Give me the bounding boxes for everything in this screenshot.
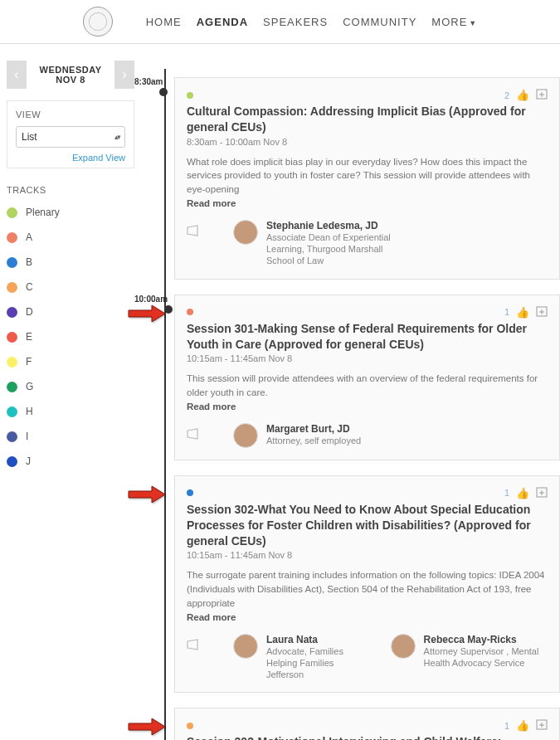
session-header: 1 👍	[187, 305, 548, 319]
likes-count: 2	[504, 90, 509, 100]
nav-more[interactable]: MORE▼	[431, 16, 477, 28]
track-color-dot	[7, 257, 17, 268]
speaker[interactable]: Stephanie Ledesma, JDAssociate Dean of E…	[233, 220, 399, 267]
track-color-dot	[7, 332, 17, 343]
speaker[interactable]: Laura NataAdvocate, Families Helping Fam…	[233, 634, 371, 681]
speaker-name: Stephanie Ledesma, JD	[266, 220, 399, 231]
track-label: D	[26, 306, 33, 318]
thumbs-up-icon[interactable]: 👍	[516, 719, 529, 732]
track-label: C	[26, 281, 33, 293]
track-color-dot	[7, 357, 17, 368]
session-track-dot	[187, 723, 193, 729]
tracks-list: PlenaryABCDEFGHIJ	[7, 207, 134, 467]
track-color-dot	[7, 207, 17, 218]
view-select-value: List	[22, 131, 37, 143]
track-color-dot	[7, 431, 17, 442]
track-color-dot	[7, 232, 17, 243]
time-marker-label: 10:00am	[134, 295, 168, 304]
current-date-label: WEDNESDAY NOV 8	[27, 65, 114, 85]
thumbs-up-icon[interactable]: 👍	[516, 487, 529, 499]
session-card: 1 👍 Session 301-Making Sense of Federal …	[174, 295, 560, 460]
track-label: A	[26, 231, 32, 243]
session-track-dot	[187, 309, 193, 315]
date-navigator: ‹ WEDNESDAY NOV 8 ›	[7, 61, 134, 89]
time-marker-label: 8:30am	[134, 77, 163, 86]
track-label: G	[26, 381, 33, 392]
session-title[interactable]: Session 302-What You Need to Know About …	[187, 502, 548, 549]
track-item[interactable]: D	[7, 306, 134, 318]
track-label: Plenary	[26, 207, 60, 218]
add-to-schedule-icon[interactable]	[536, 486, 548, 500]
session-title[interactable]: Cultural Compassion: Addressing Implicit…	[187, 104, 548, 135]
expand-view-link[interactable]: Expand View	[16, 153, 125, 163]
track-label: E	[26, 331, 32, 343]
session-card: 1 👍 Session 302-What You Need to Know Ab…	[174, 475, 560, 694]
read-more-link[interactable]: Read more	[187, 612, 548, 622]
view-panel-title: VIEW	[16, 110, 125, 119]
session-title[interactable]: Session 301-Making Sense of Federal Requ…	[187, 321, 548, 353]
speaker-name: Rebecca May-Ricks	[424, 634, 548, 645]
view-panel: VIEW List ▴▾ Expand View	[7, 100, 134, 168]
thumbs-up-icon[interactable]: 👍	[516, 89, 529, 101]
speaker-role: Advocate, Families Helping Families Jeff…	[266, 645, 371, 681]
tracks-heading: TRACKS	[7, 185, 134, 195]
main-timeline: 8:30am 2 👍 Cultural Compassion: Addressi…	[141, 61, 560, 740]
track-item[interactable]: H	[7, 406, 134, 417]
session-title[interactable]: Session 303-Motivational Interviewing an…	[187, 734, 548, 740]
view-select[interactable]: List ▴▾	[16, 126, 125, 148]
track-item[interactable]: F	[7, 356, 134, 368]
callout-arrow-icon	[127, 484, 167, 504]
track-item[interactable]: C	[7, 281, 134, 293]
read-more-link[interactable]: Read more	[187, 198, 548, 208]
sidebar: ‹ WEDNESDAY NOV 8 › VIEW List ▴▾ Expand …	[0, 61, 141, 740]
prev-day-button[interactable]: ‹	[7, 61, 27, 89]
session-description: What role does implicit bias play in our…	[187, 155, 548, 197]
nav-home[interactable]: HOME	[146, 16, 182, 28]
add-to-schedule-icon[interactable]	[536, 305, 548, 319]
session-card: 2 👍 Cultural Compassion: Addressing Impl…	[174, 77, 560, 280]
session-description: This session will provide attendees with…	[187, 372, 548, 399]
session-track-dot	[187, 92, 193, 99]
track-item[interactable]: Plenary	[7, 207, 134, 218]
track-item[interactable]: I	[7, 431, 134, 442]
session-time: 8:30am - 10:00am Nov 8	[187, 137, 548, 147]
thumbs-up-icon[interactable]: 👍	[516, 306, 529, 319]
track-item[interactable]: G	[7, 381, 134, 392]
timeline-line	[164, 69, 166, 740]
track-color-dot	[7, 407, 17, 417]
track-label: H	[26, 406, 33, 417]
read-more-link[interactable]: Read more	[187, 402, 548, 411]
speaker-role: Attorney Supervisor , Mental Health Advo…	[424, 645, 548, 669]
session-card: 1 👍 Session 303-Motivational Interviewin…	[174, 708, 560, 740]
add-to-schedule-icon[interactable]	[536, 88, 548, 102]
track-label: I	[26, 431, 28, 442]
avatar	[233, 220, 258, 245]
chevron-down-icon: ▼	[469, 19, 477, 27]
speaker[interactable]: Margaret Burt, JDAttorney, self employed	[233, 423, 361, 448]
track-item[interactable]: A	[7, 231, 134, 243]
track-item[interactable]: E	[7, 331, 134, 343]
speaker-name: Laura Nata	[266, 634, 371, 645]
track-item[interactable]: J	[7, 455, 134, 467]
add-to-schedule-icon[interactable]	[536, 718, 548, 733]
nav-speakers[interactable]: SPEAKERS	[263, 16, 328, 28]
session-header: 2 👍	[187, 88, 548, 102]
avatar	[233, 423, 258, 448]
nav-agenda[interactable]: AGENDA	[197, 16, 248, 28]
track-item[interactable]: B	[7, 256, 134, 268]
nav-community[interactable]: COMMUNITY	[343, 16, 416, 28]
speaker-role: Associate Dean of Experiential Learning,…	[266, 231, 399, 267]
track-color-dot	[7, 282, 17, 293]
session-time: 10:15am - 11:45am Nov 8	[187, 353, 548, 363]
site-logo	[83, 7, 113, 37]
session-track-dot	[187, 489, 193, 496]
speaker[interactable]: Rebecca May-RicksAttorney Supervisor , M…	[391, 634, 548, 669]
speakers-row: Laura NataAdvocate, Families Helping Fam…	[187, 634, 548, 681]
main-nav: HOME AGENDA SPEAKERS COMMUNITY MORE▼	[146, 16, 478, 28]
likes-count: 1	[504, 721, 509, 731]
track-color-dot	[7, 382, 17, 392]
speakers-row: Stephanie Ledesma, JDAssociate Dean of E…	[187, 220, 548, 267]
next-day-button[interactable]: ›	[114, 61, 134, 89]
likes-count: 1	[504, 488, 509, 498]
speaker-role: Attorney, self employed	[266, 435, 361, 446]
